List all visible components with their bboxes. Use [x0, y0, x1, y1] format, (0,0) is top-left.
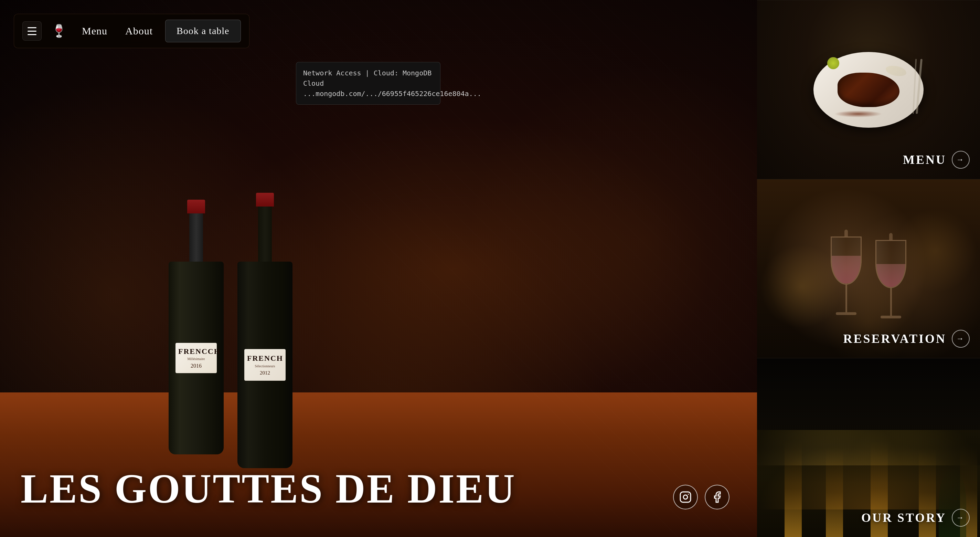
glass-stem-1	[845, 285, 847, 312]
fork-suggestion	[916, 59, 923, 114]
menu-arrow-icon: →	[956, 155, 965, 164]
bottle-neck-left	[189, 214, 203, 261]
bottle-label-right: FRENCH Sélectionneurs 2012	[244, 349, 286, 380]
story-arrow-button[interactable]: →	[952, 509, 970, 527]
story-card[interactable]: OUR STORY →	[757, 358, 980, 537]
story-label-text: OUR STORY	[861, 510, 946, 525]
bottle-body-right: FRENCH Sélectionneurs 2012	[237, 261, 293, 468]
plant-silhouette	[939, 468, 966, 537]
wine-bottle-right: FRENCH Sélectionneurs 2012	[234, 193, 296, 475]
hamburger-line-1	[27, 27, 37, 28]
menu-card[interactable]: MENU →	[757, 0, 980, 179]
instagram-icon[interactable]	[673, 485, 698, 510]
garnish	[886, 66, 906, 76]
svg-rect-0	[680, 492, 690, 502]
sauce	[834, 110, 882, 117]
reservation-label-text: RESERVATION	[843, 331, 946, 346]
hamburger-line-2	[27, 30, 37, 32]
bottle-left-year: 2016	[178, 363, 214, 369]
bottle-right-sub: Sélectionneurs	[247, 364, 283, 368]
logo-wine-icon: 🍷	[51, 24, 67, 38]
menu-card-label[interactable]: MENU →	[903, 151, 970, 169]
menu-arrow-button[interactable]: →	[952, 151, 970, 169]
story-card-label[interactable]: OUR STORY →	[861, 509, 970, 527]
table-surface	[0, 392, 757, 537]
wine-glass-1	[830, 229, 862, 315]
reservation-arrow-icon: →	[956, 334, 965, 343]
food-item	[838, 73, 899, 107]
svg-point-1	[683, 495, 687, 499]
wine-bottle-left: FRENCCH Millésimaire 2016	[165, 200, 227, 468]
hero-section: FRENCCH Millésimaire 2016 FRENCH Sélecti…	[0, 0, 757, 537]
bottle-cap-left	[187, 200, 205, 214]
mongodb-tooltip: Network Access | Cloud: MongoDB Cloud ..…	[296, 62, 441, 105]
glass-bowl-1	[830, 236, 862, 285]
reservation-card[interactable]: RESERVATION →	[757, 179, 980, 358]
bottle-neck-right	[258, 207, 272, 261]
glass-stem-2	[890, 288, 892, 316]
bottle-cap-right	[256, 193, 274, 207]
glass-base-2	[881, 316, 901, 319]
hero-title: LES GOUTTES DE DIEU	[21, 468, 516, 510]
bottle-right-year: 2012	[247, 370, 283, 376]
bottle-left-brand: FRENCCH	[178, 347, 214, 356]
facebook-icon[interactable]	[705, 485, 730, 510]
svg-point-2	[688, 494, 689, 495]
about-nav-link[interactable]: About	[120, 22, 158, 40]
menu-label-text: MENU	[903, 153, 946, 167]
menu-nav-link[interactable]: Menu	[76, 22, 113, 40]
book-table-button[interactable]: Book a table	[165, 20, 241, 42]
plate-container	[803, 45, 934, 135]
bottle-right-brand: FRENCH	[247, 354, 283, 363]
story-arrow-icon: →	[956, 513, 965, 522]
reservation-card-label[interactable]: RESERVATION →	[843, 330, 970, 348]
wine-glass-2	[875, 233, 906, 319]
social-icons-container	[673, 485, 730, 510]
glass-rim-2	[889, 233, 892, 240]
bottle-body-left: FRENCCH Millésimaire 2016	[169, 261, 224, 454]
glass-base-1	[836, 312, 856, 315]
bottle-left-sub: Millésimaire	[178, 357, 214, 361]
hamburger-button[interactable]	[22, 21, 41, 41]
right-panel: MENU →	[757, 0, 980, 537]
navbar: 🍷 Menu About Book a table	[14, 14, 250, 48]
bottle-label-left: FRENCCH Millésimaire 2016	[175, 343, 217, 373]
tooltip-line2: ...mongodb.com/.../66955f465226ce16e804a…	[303, 88, 433, 99]
glass-bowl-2	[875, 240, 906, 288]
hamburger-line-3	[27, 34, 37, 35]
lime	[827, 57, 839, 69]
tooltip-line1: Network Access | Cloud: MongoDB Cloud	[303, 68, 433, 88]
reservation-arrow-button[interactable]: →	[952, 330, 970, 348]
glass-rim-1	[845, 229, 848, 236]
plate	[813, 52, 924, 128]
